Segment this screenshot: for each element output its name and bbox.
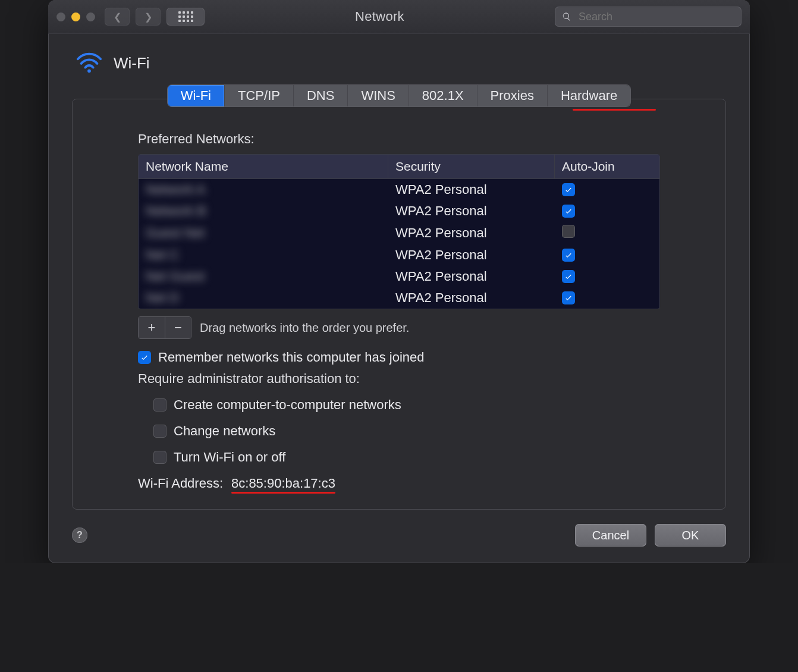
preferred-networks-table: Network Name Security Auto-Join Network … [138, 154, 660, 309]
grid-icon [178, 11, 193, 22]
help-button[interactable]: ? [72, 527, 87, 543]
wifi-icon [76, 51, 103, 76]
ok-button[interactable]: OK [655, 524, 726, 547]
remember-networks-label: Remember networks this computer has join… [158, 350, 425, 365]
cell-autojoin [555, 223, 659, 243]
cell-security: WPA2 Personal [388, 224, 555, 243]
cell-autojoin [555, 180, 659, 199]
require-admin-option[interactable]: Create computer-to-computer networks [153, 397, 660, 413]
search-input[interactable] [577, 10, 734, 24]
add-network-button[interactable]: + [139, 317, 165, 338]
search-field[interactable] [555, 7, 742, 27]
table-row[interactable]: Net GuestWPA2 Personal [139, 266, 659, 287]
require-admin-item-label: Turn Wi-Fi on or off [174, 450, 285, 465]
preferred-networks-label: Preferred Networks: [138, 131, 660, 147]
tab-dns[interactable]: DNS [294, 85, 348, 106]
zoom-window-dot[interactable] [86, 12, 95, 21]
show-all-button[interactable] [166, 8, 205, 26]
minimize-window-dot[interactable] [71, 12, 80, 21]
cell-network-name: Net D [139, 288, 388, 307]
tab-hardware[interactable]: Hardware [548, 85, 630, 106]
autojoin-checkbox[interactable] [562, 291, 575, 304]
tab-proxies[interactable]: Proxies [477, 85, 548, 106]
tabs: Wi-Fi TCP/IP DNS WINS 802.1X Proxies Har… [48, 85, 750, 106]
cell-network-name: Net C [139, 246, 388, 265]
tab-wins[interactable]: WINS [348, 85, 409, 106]
table-row[interactable]: Network AWPA2 Personal [139, 179, 659, 200]
autojoin-checkbox[interactable] [562, 270, 575, 283]
cell-network-name: Net Guest [139, 267, 388, 286]
wifi-address-row: Wi-Fi Address: 8c:85:90:ba:17:c3 [138, 476, 660, 491]
cell-network-name: Guest Net [139, 224, 388, 243]
chevron-right-icon: ❯ [144, 11, 152, 23]
tab-wifi[interactable]: Wi-Fi [168, 85, 225, 106]
drag-hint: Drag networks into the order you prefer. [200, 321, 409, 335]
footer: ? Cancel OK [72, 524, 726, 547]
chevron-left-icon: ❮ [114, 11, 121, 23]
traffic-lights [56, 12, 95, 21]
require-admin-label: Require administrator authorisation to: [138, 371, 660, 387]
cell-autojoin [555, 267, 659, 286]
pane-header: Wi-Fi [48, 34, 750, 81]
svg-point-0 [87, 69, 91, 73]
cell-security: WPA2 Personal [388, 202, 555, 221]
autojoin-checkbox[interactable] [562, 183, 575, 196]
back-button[interactable]: ❮ [105, 8, 130, 26]
search-icon [562, 12, 571, 21]
table-header: Network Name Security Auto-Join [139, 155, 659, 179]
wifi-address-value: 8c:85:90:ba:17:c3 [231, 476, 335, 491]
window-title: Network [211, 9, 549, 24]
table-row[interactable]: Guest NetWPA2 Personal [139, 222, 659, 244]
autojoin-checkbox[interactable] [562, 225, 575, 238]
cell-autojoin [555, 202, 659, 221]
remove-network-button[interactable]: − [165, 317, 191, 338]
network-preferences-window: ❮ ❯ Network Wi-Fi [48, 0, 750, 563]
require-admin-item-label: Change networks [174, 423, 275, 439]
cell-security: WPA2 Personal [388, 288, 555, 307]
cell-network-name: Network A [139, 180, 388, 199]
cell-security: WPA2 Personal [388, 246, 555, 265]
table-row[interactable]: Net CWPA2 Personal [139, 244, 659, 266]
remember-networks-checkbox[interactable] [138, 351, 151, 364]
pane-title: Wi-Fi [114, 54, 150, 73]
titlebar: ❮ ❯ Network [48, 0, 750, 34]
wifi-panel: Preferred Networks: Network Name Securit… [72, 99, 726, 510]
col-network-name[interactable]: Network Name [139, 155, 388, 178]
cancel-button[interactable]: Cancel [575, 524, 646, 547]
cell-network-name: Network B [139, 202, 388, 221]
remember-networks-option[interactable]: Remember networks this computer has join… [138, 350, 660, 365]
cell-security: WPA2 Personal [388, 267, 555, 286]
cell-autojoin [555, 246, 659, 265]
cell-security: WPA2 Personal [388, 180, 555, 199]
tab-tcpip[interactable]: TCP/IP [225, 85, 294, 106]
require-admin-checkbox[interactable] [153, 425, 166, 438]
table-row[interactable]: Network BWPA2 Personal [139, 200, 659, 222]
require-admin-option[interactable]: Turn Wi-Fi on or off [153, 450, 660, 465]
autojoin-checkbox[interactable] [562, 249, 575, 262]
require-admin-option[interactable]: Change networks [153, 423, 660, 439]
col-autojoin[interactable]: Auto-Join [555, 155, 659, 178]
wifi-address-label: Wi-Fi Address: [138, 476, 223, 491]
autojoin-checkbox[interactable] [562, 205, 575, 218]
col-security[interactable]: Security [388, 155, 555, 178]
close-window-dot[interactable] [56, 12, 65, 21]
require-admin-checkbox[interactable] [153, 451, 166, 464]
require-admin-item-label: Create computer-to-computer networks [174, 397, 401, 413]
forward-button[interactable]: ❯ [136, 8, 161, 26]
table-actions: + − Drag networks into the order you pre… [138, 316, 660, 339]
tab-8021x[interactable]: 802.1X [409, 85, 477, 106]
cell-autojoin [555, 288, 659, 307]
table-row[interactable]: Net DWPA2 Personal [139, 287, 659, 309]
require-admin-checkbox[interactable] [153, 398, 166, 412]
